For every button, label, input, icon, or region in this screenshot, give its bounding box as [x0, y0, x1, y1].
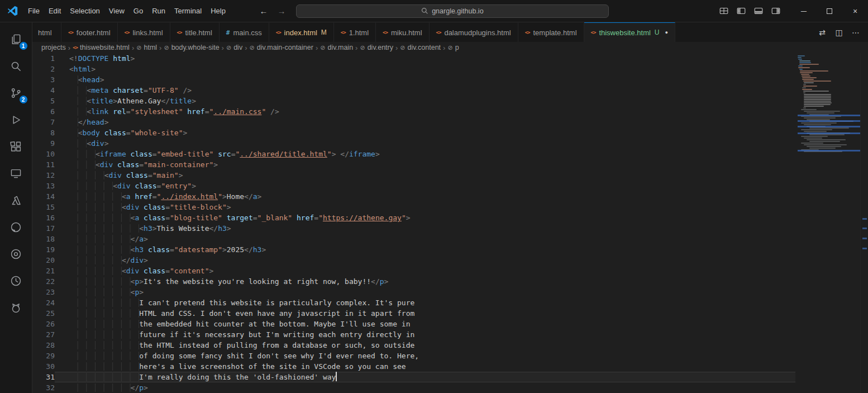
code-line-17[interactable]: 17 <h3>This Website</h3>	[32, 223, 795, 234]
code-line-24[interactable]: 24 I can't pretend this website is parti…	[32, 297, 795, 308]
code-line-3[interactable]: 3 <head>	[32, 74, 795, 85]
tab-template.html[interactable]: <>template.html	[518, 22, 584, 42]
code-line-14[interactable]: 14 <a href="../index.html">Home</a>	[32, 191, 795, 202]
more-actions-icon[interactable]: ⋯	[848, 25, 864, 40]
menu-edit[interactable]: Edit	[44, 0, 65, 22]
search-icon[interactable]	[0, 53, 32, 79]
code-line-29[interactable]: 29 of doing some fancy shit I don't see …	[32, 351, 795, 361]
html-file-icon: <>	[73, 45, 78, 50]
breadcrumb-file-label: thiswebsite.html	[80, 44, 130, 51]
minimap-line	[804, 82, 814, 83]
toggle-primary-sidebar-icon[interactable]	[733, 4, 748, 18]
split-editor-icon[interactable]: ◫	[831, 25, 847, 40]
code-line-30[interactable]: 30 here's a live screenshot of the site …	[32, 361, 795, 372]
code-area[interactable]: 1<!DOCTYPE html>2<html>3 <head>4 <meta c…	[32, 53, 795, 393]
code-line-1[interactable]: 1<!DOCTYPE html>	[32, 53, 795, 64]
code-line-28[interactable]: 28 the HTML instead of pulling from a da…	[32, 340, 795, 351]
minimize-button[interactable]: ─	[791, 0, 817, 22]
code-line-26[interactable]: 26 the embedded hit counter at the botto…	[32, 319, 795, 329]
open-changes-icon[interactable]: ⇄	[814, 25, 830, 40]
activity-bar: 12	[0, 22, 32, 393]
editor-actions: ⇄◫⋯	[814, 22, 868, 42]
close-button[interactable]: ×	[842, 0, 868, 22]
code-line-10[interactable]: 10 <iframe class="embed-title" src="../s…	[32, 149, 795, 159]
menu-selection[interactable]: Selection	[65, 0, 104, 22]
tab-html[interactable]: html	[32, 22, 61, 42]
code-line-9[interactable]: 9 <div>	[32, 138, 795, 149]
tab-index.html[interactable]: <>index.htmlM	[269, 22, 334, 42]
code-line-2[interactable]: 2<html>	[32, 64, 795, 74]
tab-miku.html[interactable]: <>miku.html	[376, 22, 429, 42]
forward-arrow-icon[interactable]: →	[275, 4, 288, 18]
vertical-scrollbar[interactable]	[860, 53, 868, 393]
azure-icon[interactable]	[0, 187, 32, 214]
customize-layout-icon[interactable]	[716, 4, 731, 18]
menu-help[interactable]: Help	[206, 0, 230, 22]
clock-icon[interactable]	[0, 267, 32, 294]
menu-run[interactable]: Run	[147, 0, 170, 22]
tab-dalamudplugins.html[interactable]: <>dalamudplugins.html	[430, 22, 518, 42]
code-line-18[interactable]: 18 </a>	[32, 234, 795, 244]
source-control-icon[interactable]: 2	[0, 79, 32, 106]
code-line-15[interactable]: 15 <div class="title-block">	[32, 202, 795, 212]
breadcrumb-file[interactable]: <>thiswebsite.html	[73, 44, 130, 51]
code-line-7[interactable]: 7 </head>	[32, 117, 795, 127]
tab-links.html[interactable]: <>links.html	[118, 22, 170, 42]
tab-footer.html[interactable]: <>footer.html	[61, 22, 118, 42]
breadcrumb-p[interactable]: ⊘p	[447, 44, 459, 51]
code-line-5[interactable]: 5 <title>Athene.Gay</title>	[32, 96, 795, 106]
toggle-secondary-sidebar-icon[interactable]	[768, 4, 783, 18]
menu-view[interactable]: View	[104, 0, 129, 22]
code-line-32[interactable]: 32 </p>	[32, 382, 795, 393]
menu-terminal[interactable]: Terminal	[170, 0, 206, 22]
github-icon[interactable]	[0, 214, 32, 240]
tab-1.html[interactable]: <>1.html	[334, 22, 376, 42]
gitlens-icon[interactable]	[0, 240, 32, 267]
minimap-line	[802, 79, 814, 80]
explorer-icon[interactable]: 1	[0, 26, 32, 53]
minimap[interactable]	[798, 53, 860, 393]
breadcrumb-projects[interactable]: projects	[41, 44, 66, 51]
line-number: 12	[32, 170, 55, 181]
breadcrumb-div.main[interactable]: ⊘div.main	[320, 44, 353, 51]
pets-icon[interactable]	[0, 294, 32, 321]
editor[interactable]: 1<!DOCTYPE html>2<html>3 <head>4 <meta c…	[32, 53, 868, 393]
code-line-12[interactable]: 12 <div class="main">	[32, 170, 795, 181]
breadcrumb-body.whole-site[interactable]: ⊘body.whole-site	[164, 44, 219, 51]
breadcrumb-div.content[interactable]: ⊘div.content	[400, 44, 441, 51]
tab-main.css[interactable]: #main.css	[220, 22, 269, 42]
code-line-16[interactable]: 16 <a class="blog-title" target="_blank"…	[32, 212, 795, 223]
code-line-31[interactable]: 31 I'm really doing this the 'old-fashio…	[32, 372, 795, 382]
code-line-8[interactable]: 8 <body class="whole-site">	[32, 127, 795, 138]
tab-title.html[interactable]: <>title.html	[170, 22, 220, 42]
line-number: 19	[32, 244, 55, 255]
menu-go[interactable]: Go	[129, 0, 147, 22]
breadcrumb-div[interactable]: ⊘div	[226, 44, 242, 51]
command-center-search[interactable]: gnargle.github.io	[296, 4, 609, 18]
code-line-11[interactable]: 11 <div class="main-container">	[32, 159, 795, 170]
breadcrumb-div.main-container[interactable]: ⊘div.main-container	[249, 44, 313, 51]
minimap-line	[804, 102, 832, 103]
code-line-6[interactable]: 6 <link rel="stylesheet" href="../main.c…	[32, 106, 795, 117]
code-line-19[interactable]: 19 <h3 class="datestamp">2025</h3>	[32, 244, 795, 255]
code-line-21[interactable]: 21 <div class="content">	[32, 266, 795, 276]
tab-thiswebsite.html[interactable]: <>thiswebsite.htmlU●	[584, 22, 675, 42]
toggle-panel-icon[interactable]	[751, 4, 766, 18]
back-arrow-icon[interactable]: ←	[257, 4, 270, 18]
code-line-20[interactable]: 20 </div>	[32, 255, 795, 266]
code-line-13[interactable]: 13 <div class="entry">	[32, 181, 795, 191]
breadcrumb-html[interactable]: ⊘html	[136, 44, 157, 51]
extensions-icon[interactable]	[0, 133, 32, 160]
menu-file[interactable]: File	[23, 0, 44, 22]
code-line-23[interactable]: 23 <p>	[32, 287, 795, 297]
remote-explorer-icon[interactable]	[0, 160, 32, 187]
code-line-25[interactable]: 25 HTML and CSS. I don't even have any j…	[32, 308, 795, 319]
symbol-tag-icon: ⊘	[400, 45, 405, 51]
code-line-4[interactable]: 4 <meta charset="UTF-8" />	[32, 85, 795, 96]
code-line-22[interactable]: 22 <p>It's the website you're looking at…	[32, 276, 795, 287]
code-line-27[interactable]: 27 future if it's necessary but I'm writ…	[32, 329, 795, 340]
tab-label: dalamudplugins.html	[444, 29, 511, 37]
maximize-button[interactable]	[817, 0, 842, 22]
breadcrumb-div.entry[interactable]: ⊘div.entry	[360, 44, 393, 51]
run-debug-icon[interactable]	[0, 106, 32, 133]
